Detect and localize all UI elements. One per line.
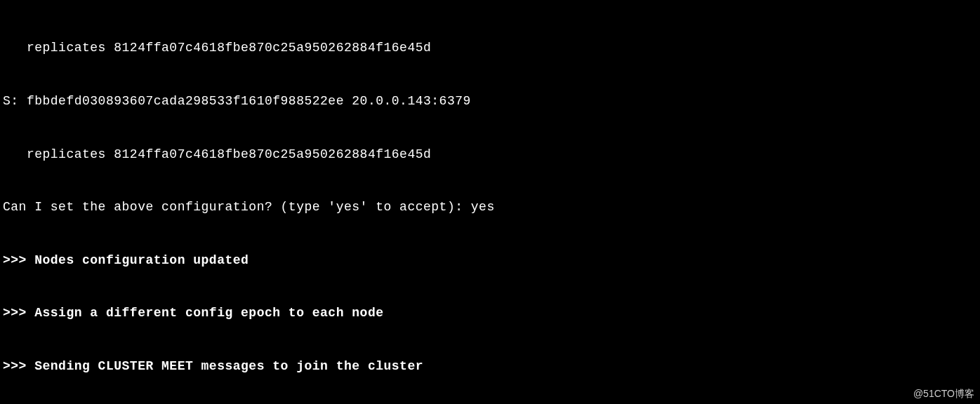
status-line: >>> Nodes configuration updated bbox=[3, 252, 965, 269]
watermark-text: @51CTO博客 bbox=[913, 387, 974, 401]
output-line: S: fbbdefd030893607cada298533f1610f98852… bbox=[3, 93, 965, 110]
output-line: replicates 8124ffa07c4618fbe870c25a95026… bbox=[3, 39, 965, 57]
status-line: >>> Sending CLUSTER MEET messages to joi… bbox=[3, 358, 965, 375]
terminal-output[interactable]: replicates 8124ffa07c4618fbe870c25a95026… bbox=[0, 0, 967, 404]
status-line: >>> Assign a different config epoch to e… bbox=[3, 304, 965, 322]
output-line: replicates 8124ffa07c4618fbe870c25a95026… bbox=[3, 146, 965, 163]
output-line: Can I set the above configuration? (type… bbox=[3, 198, 965, 216]
